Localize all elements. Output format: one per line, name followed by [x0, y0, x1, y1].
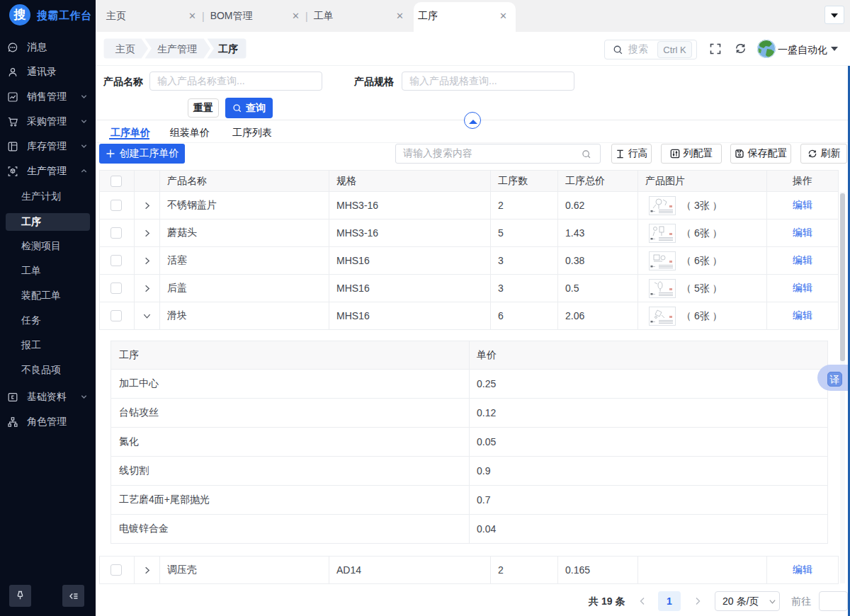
svg-text:工序: 工序 — [217, 43, 238, 55]
svg-text:主页: 主页 — [115, 43, 135, 55]
svg-text:生产管理: 生产管理 — [157, 43, 197, 55]
